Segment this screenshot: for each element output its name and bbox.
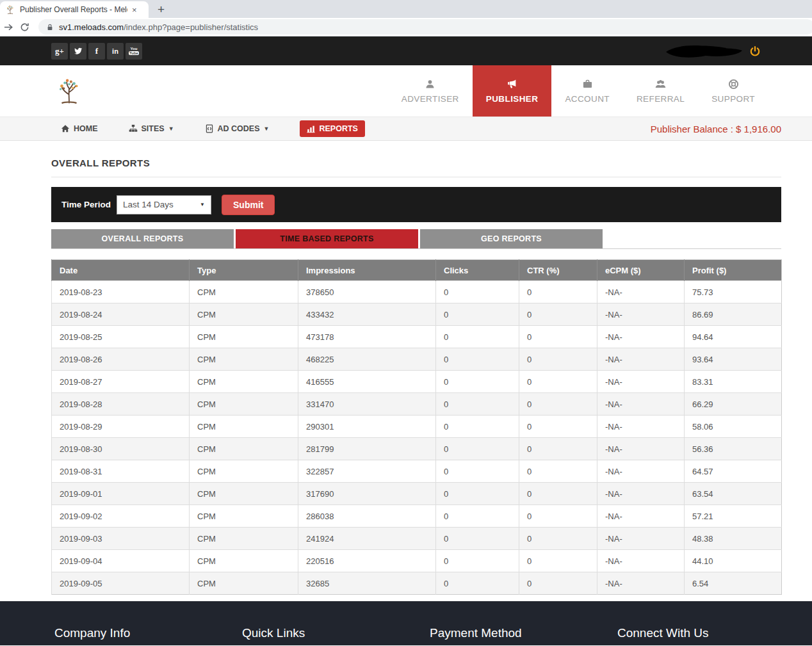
subnav-item-home[interactable]: HOME [61, 124, 98, 133]
subnav-item-ad-codes[interactable]: AD CODES ▼ [205, 124, 270, 133]
facebook-icon[interactable]: f [88, 43, 105, 60]
chevron-down-icon: ▼ [168, 125, 174, 132]
table-cell: 2019-08-26 [52, 348, 190, 371]
url-bar[interactable]: sv1.meloads.com/index.php?page=publisher… [38, 19, 812, 35]
briefcase-icon [582, 79, 593, 90]
table-cell: 0 [436, 281, 519, 303]
tab-close-icon[interactable]: × [132, 6, 137, 14]
footer-heading-payment-method: Payment Method [430, 626, 617, 640]
table-column-header: Profit ($) [685, 260, 782, 281]
table-cell: 0 [436, 371, 519, 393]
subnav-item-reports[interactable]: REPORTS [300, 120, 364, 137]
table-cell: -NA- [597, 393, 685, 416]
table-cell: 2019-09-05 [52, 572, 190, 595]
table-cell: 94.64 [685, 326, 782, 348]
table-cell: 2019-08-29 [52, 416, 190, 438]
table-cell: 57.21 [685, 505, 782, 528]
page-title: OVERALL REPORTS [51, 157, 781, 177]
table-row: 2019-09-01CPM31769000-NA-63.54 [52, 483, 782, 505]
table-column-header: Type [190, 260, 298, 281]
table-cell: CPM [190, 348, 298, 371]
table-cell: 0 [436, 528, 519, 550]
tab-overall-reports[interactable]: OVERALL REPORTS [51, 229, 234, 248]
table-cell: 0 [436, 438, 519, 460]
table-cell: CPM [190, 550, 298, 572]
table-cell: 93.64 [685, 348, 782, 371]
table-cell: 2019-09-02 [52, 505, 190, 528]
table-row: 2019-08-31CPM32285700-NA-64.57 [52, 460, 782, 483]
table-cell: 86.69 [685, 303, 782, 326]
table-cell: 2019-08-24 [52, 303, 190, 326]
table-cell: 2019-08-27 [52, 371, 190, 393]
table-cell: 286038 [298, 505, 436, 528]
tab-time-based-reports[interactable]: TIME BASED REPORTS [236, 229, 418, 248]
table-cell: 0 [436, 303, 519, 326]
table-cell: 0 [519, 303, 597, 326]
table-row: 2019-08-25CPM47317800-NA-94.64 [52, 326, 782, 348]
table-column-header: eCPM ($) [597, 260, 685, 281]
table-cell: -NA- [597, 572, 685, 595]
publisher-balance: Publisher Balance : $ 1,916.00 [651, 124, 781, 134]
table-cell: CPM [190, 572, 298, 595]
users-icon [654, 79, 667, 90]
table-cell: 0 [519, 528, 597, 550]
table-cell: -NA- [597, 326, 685, 348]
report-tabs: OVERALL REPORTS TIME BASED REPORTS GEO R… [51, 229, 781, 249]
reload-icon[interactable] [20, 22, 29, 32]
lock-icon [46, 23, 54, 31]
googleplus-icon[interactable]: g+ [51, 43, 68, 60]
table-cell: -NA- [597, 281, 685, 303]
table-cell: 2019-09-04 [52, 550, 190, 572]
table-cell: 48.38 [685, 528, 782, 550]
table-cell: 0 [436, 416, 519, 438]
table-cell: 433432 [298, 303, 436, 326]
table-cell: 468225 [298, 348, 436, 371]
table-cell: 2019-08-28 [52, 393, 190, 416]
browser-tab[interactable]: Publisher Overall Reports - MeloA × [0, 1, 149, 18]
redacted-username-scribble [662, 42, 744, 60]
table-cell: 56.36 [685, 438, 782, 460]
table-row: 2019-09-02CPM28603800-NA-57.21 [52, 505, 782, 528]
table-cell: -NA- [597, 528, 685, 550]
time-period-select[interactable]: Last 14 Days ▼ [117, 195, 211, 214]
time-period-selected-value: Last 14 Days [123, 200, 174, 209]
table-cell: -NA- [597, 416, 685, 438]
nav-item-advertiser[interactable]: ADVERTISER [388, 65, 473, 117]
twitter-icon[interactable] [70, 43, 86, 60]
table-cell: 32685 [298, 572, 436, 595]
site-logo-tree-icon[interactable] [54, 74, 84, 108]
youtube-icon[interactable]: YouTube [126, 43, 142, 60]
report-table-body: 2019-08-23CPM37865000-NA-75.732019-08-24… [52, 281, 782, 595]
nav-item-referral[interactable]: REFERRAL [623, 65, 698, 117]
table-cell: 0 [436, 550, 519, 572]
table-cell: 0 [519, 572, 597, 595]
table-cell: 0 [519, 371, 597, 393]
table-cell: -NA- [597, 371, 685, 393]
logout-power-icon[interactable] [749, 45, 761, 57]
table-row: 2019-08-23CPM37865000-NA-75.73 [52, 281, 782, 303]
select-caret-icon: ▼ [200, 202, 205, 207]
table-cell: 241924 [298, 528, 436, 550]
table-cell: 0 [436, 460, 519, 483]
chevron-down-icon: ▼ [264, 125, 270, 132]
table-cell: 0 [436, 393, 519, 416]
nav-item-publisher[interactable]: PUBLISHER [473, 65, 552, 117]
table-cell: 75.73 [685, 281, 782, 303]
forward-icon[interactable] [4, 22, 13, 32]
table-cell: 281799 [298, 438, 436, 460]
table-cell: 64.57 [685, 460, 782, 483]
nav-item-account[interactable]: ACCOUNT [551, 65, 623, 117]
filter-bar: Time Period Last 14 Days ▼ Submit [51, 187, 781, 222]
table-row: 2019-09-04CPM22051600-NA-44.10 [52, 550, 782, 572]
nav-item-support[interactable]: SUPPORT [698, 65, 768, 117]
table-cell: 0 [436, 326, 519, 348]
new-tab-button[interactable]: + [158, 3, 165, 15]
submit-button[interactable]: Submit [222, 195, 275, 215]
linkedin-icon[interactable]: in [107, 43, 124, 60]
subnav-item-sites[interactable]: SITES ▼ [129, 124, 174, 133]
table-cell: 0 [519, 460, 597, 483]
sitemap-icon [129, 124, 138, 133]
bar-chart-icon [307, 125, 315, 133]
table-cell: CPM [190, 393, 298, 416]
tab-geo-reports[interactable]: GEO REPORTS [420, 229, 603, 248]
